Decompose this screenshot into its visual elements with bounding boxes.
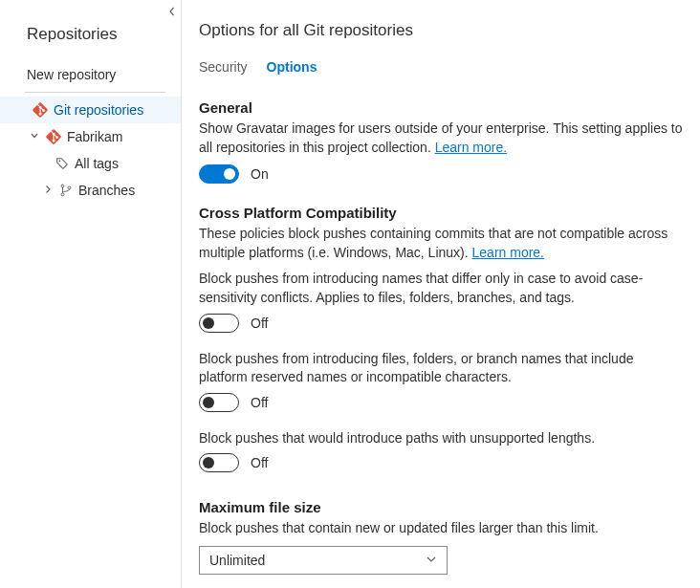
tree-item-label: All tags [75, 156, 119, 171]
path-length-desc: Block pushes that would introduce paths … [199, 429, 683, 448]
toggle-knob [203, 397, 214, 408]
max-file-heading: Maximum file size [199, 499, 683, 515]
sidebar-divider [25, 92, 165, 93]
cross-platform-learn-more-link[interactable]: Learn more. [472, 245, 544, 260]
max-file-desc: Block pushes that contain new or updated… [199, 519, 683, 538]
path-length-toggle[interactable] [199, 453, 239, 472]
page-title: Options for all Git repositories [199, 21, 683, 40]
path-length-toggle-label: Off [251, 455, 268, 470]
tree-item-git-repositories[interactable]: Git repositories [0, 97, 181, 123]
case-sensitivity-toggle-row: Off [199, 314, 683, 333]
section-general: General Show Gravatar images for users o… [199, 99, 683, 184]
new-repository-link[interactable]: New repository [0, 57, 181, 92]
gravatar-toggle-row: On [199, 164, 683, 184]
tree-item-label: Branches [78, 183, 135, 198]
tree-item-label: Git repositories [54, 102, 143, 118]
chevron-down-icon [426, 554, 437, 567]
collapse-sidebar-button[interactable] [167, 6, 177, 19]
main-content: Options for all Git repositories Securit… [182, 0, 700, 588]
general-description: Show Gravatar images for users outside o… [199, 120, 683, 157]
toggle-knob [203, 317, 214, 329]
section-max-file-size: Maximum file size Block pushes that cont… [199, 499, 683, 575]
sidebar: Repositories New repository Git reposito… [0, 0, 182, 588]
branch-icon [59, 184, 73, 197]
tab-options[interactable]: Options [267, 59, 317, 76]
dropdown-selected-value: Unlimited [209, 553, 265, 568]
toggle-knob [224, 168, 235, 180]
case-sensitivity-toggle-label: Off [251, 316, 268, 331]
svg-point-2 [61, 193, 64, 196]
gravatar-toggle-label: On [251, 166, 269, 182]
general-heading: General [199, 99, 683, 116]
cross-platform-desc-text: These policies block pushes containing c… [199, 226, 667, 260]
chevron-left-icon [167, 7, 177, 16]
max-file-size-dropdown[interactable]: Unlimited [199, 546, 448, 575]
case-sensitivity-desc: Block pushes from introducing names that… [199, 270, 683, 307]
repo-tree: Git repositories Fabrikam All tags Branc… [0, 95, 181, 204]
gravatar-toggle[interactable] [199, 164, 239, 184]
tab-security[interactable]: Security [199, 59, 248, 76]
tree-item-label: Fabrikam [67, 129, 122, 144]
svg-point-3 [68, 186, 71, 189]
reserved-names-toggle-label: Off [251, 395, 268, 410]
svg-point-0 [59, 161, 61, 163]
chevron-right-icon[interactable] [42, 185, 54, 196]
path-length-toggle-row: Off [199, 453, 683, 472]
cross-platform-heading: Cross Platform Compatibility [199, 205, 683, 221]
svg-point-1 [61, 185, 64, 187]
reserved-names-desc: Block pushes from introducing files, fol… [199, 350, 683, 387]
git-icon [46, 129, 61, 144]
sidebar-title: Repositories [0, 8, 181, 57]
git-icon [33, 102, 48, 118]
case-sensitivity-toggle[interactable] [199, 314, 239, 333]
tree-item-all-tags[interactable]: All tags [0, 150, 181, 177]
reserved-names-toggle-row: Off [199, 393, 683, 412]
reserved-names-toggle[interactable] [199, 393, 239, 412]
tabs: Security Options [199, 59, 683, 76]
tree-item-branches[interactable]: Branches [0, 177, 181, 204]
cross-platform-description: These policies block pushes containing c… [199, 225, 683, 262]
toggle-knob [203, 457, 214, 468]
general-learn-more-link[interactable]: Learn more. [435, 140, 507, 155]
chevron-down-icon[interactable] [29, 131, 40, 142]
section-cross-platform: Cross Platform Compatibility These polic… [199, 205, 683, 472]
tag-icon [55, 157, 69, 170]
tree-item-fabrikam[interactable]: Fabrikam [0, 123, 181, 150]
